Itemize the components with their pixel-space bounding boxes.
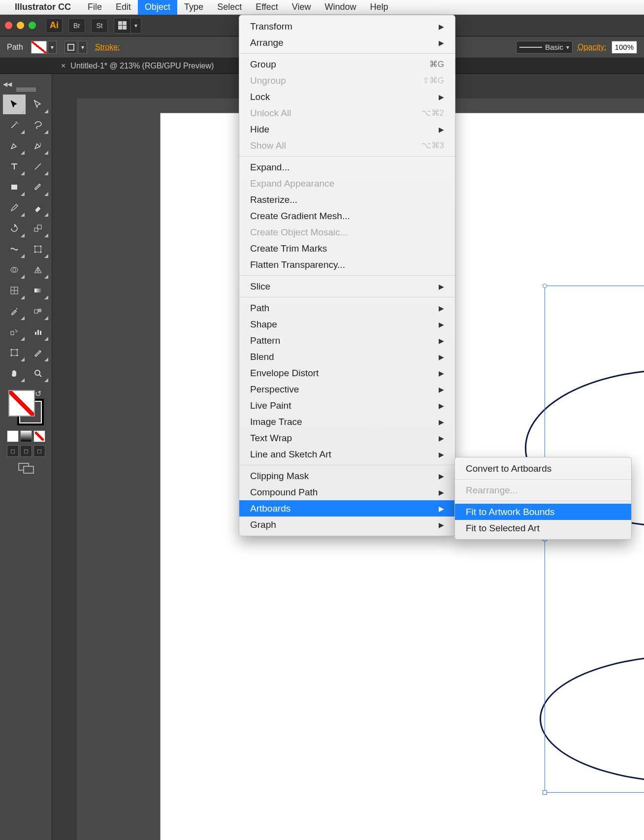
direct-selection-tool[interactable] [27, 95, 49, 114]
lasso-tool[interactable] [27, 115, 49, 135]
object-menu-item-graph[interactable]: Graph▶ [239, 517, 455, 533]
stroke-swatch[interactable] [64, 41, 77, 54]
hand-tool[interactable] [3, 363, 26, 383]
minimize-window-button[interactable] [17, 22, 24, 29]
color-mode-gradient[interactable] [20, 430, 32, 442]
document-tab-title[interactable]: Untitled-1* @ 213% (RGB/GPU Preview) [70, 62, 214, 70]
object-menu-item-slice[interactable]: Slice▶ [239, 278, 455, 294]
opacity-value-field[interactable]: 100% [612, 41, 637, 54]
draw-inside-mode[interactable]: ◻ [33, 445, 45, 457]
object-menu-item-line-and-sketch-art[interactable]: Line and Sketch Art▶ [239, 446, 455, 462]
draw-normal-mode[interactable]: ◻ [7, 445, 19, 457]
object-menu-item-image-trace[interactable]: Image Trace▶ [239, 414, 455, 430]
app-name-menu[interactable]: Illustrator CC [15, 2, 71, 12]
menu-type[interactable]: Type [177, 0, 210, 15]
object-menu-item-expand[interactable]: Expand... [239, 159, 455, 175]
artboards-submenu-item-fit-to-artwork-bounds[interactable]: Fit to Artwork Bounds [455, 504, 631, 520]
gradient-tool[interactable] [27, 281, 49, 300]
menu-window[interactable]: Window [318, 0, 363, 15]
rotate-tool[interactable] [3, 219, 26, 238]
artboard-tool[interactable] [3, 343, 26, 362]
width-tool[interactable] [3, 239, 26, 259]
submenu-arrow-icon: ▶ [439, 353, 444, 361]
pencil-tool[interactable] [3, 198, 26, 218]
menu-item-label: Group [250, 59, 276, 70]
fill-color-box[interactable] [8, 390, 35, 417]
object-menu-item-path[interactable]: Path▶ [239, 300, 455, 316]
eraser-tool[interactable] [27, 198, 49, 218]
change-screen-mode-button[interactable] [17, 462, 35, 475]
graphic-style-dropdown[interactable]: Basic▾ [516, 41, 573, 54]
magic-wand-tool[interactable] [3, 115, 26, 135]
object-menu-item-shape[interactable]: Shape▶ [239, 316, 455, 332]
menu-edit[interactable]: Edit [109, 0, 138, 15]
blend-tool[interactable] [27, 301, 49, 321]
fill-dropdown[interactable]: ▾ [48, 41, 57, 54]
object-menu-item-arrange[interactable]: Arrange▶ [239, 34, 455, 51]
object-menu-item-hide[interactable]: Hide▶ [239, 121, 455, 137]
free-transform-tool[interactable] [27, 239, 49, 259]
object-menu-item-perspective[interactable]: Perspective▶ [239, 381, 455, 397]
scale-tool[interactable] [27, 219, 49, 238]
stock-button[interactable]: St [91, 18, 108, 33]
selection-tool[interactable] [3, 95, 26, 114]
bridge-button[interactable]: Br [68, 18, 85, 33]
paintbrush-tool[interactable] [27, 177, 49, 197]
type-tool[interactable] [3, 157, 26, 176]
symbol-sprayer-tool[interactable] [3, 322, 26, 342]
object-menu-item-lock[interactable]: Lock▶ [239, 89, 455, 105]
object-menu-item-live-paint[interactable]: Live Paint▶ [239, 397, 455, 414]
zoom-tool[interactable] [27, 363, 49, 383]
fill-stroke-indicator[interactable]: ↺ [6, 388, 46, 427]
artboards-submenu-item-convert-to-artboards[interactable]: Convert to Artboards [455, 460, 631, 477]
object-menu-item-clipping-mask[interactable]: Clipping Mask▶ [239, 468, 455, 484]
menu-object[interactable]: Object [138, 0, 177, 15]
fill-swatch[interactable] [31, 41, 47, 54]
stroke-dropdown[interactable]: ▾ [78, 41, 87, 54]
rectangle-tool[interactable] [3, 177, 26, 197]
slice-tool[interactable] [27, 343, 49, 362]
swap-fill-stroke-icon[interactable]: ↺ [35, 389, 44, 398]
object-menu-item-envelope-distort[interactable]: Envelope Distort▶ [239, 365, 455, 381]
menu-effect[interactable]: Effect [249, 0, 285, 15]
color-mode-solid[interactable] [7, 430, 19, 442]
artboards-submenu-item-fit-to-selected-art[interactable]: Fit to Selected Art [455, 520, 631, 536]
object-menu-item-compound-path[interactable]: Compound Path▶ [239, 484, 455, 500]
pen-tool[interactable] [3, 136, 26, 156]
close-tab-icon[interactable]: × [61, 62, 65, 70]
column-graph-tool[interactable] [27, 322, 49, 342]
zoom-window-button[interactable] [29, 22, 36, 29]
bbox-handle[interactable] [543, 790, 547, 795]
eyedropper-tool[interactable] [3, 301, 26, 321]
draw-behind-mode[interactable]: ◻ [20, 445, 32, 457]
object-menu-item-blend[interactable]: Blend▶ [239, 349, 455, 365]
close-window-button[interactable] [5, 22, 12, 29]
object-menu-item-group[interactable]: Group⌘G [239, 56, 455, 72]
opacity-panel-link[interactable]: Opacity: [578, 43, 607, 52]
object-menu-item-pattern[interactable]: Pattern▶ [239, 332, 455, 349]
curvature-tool[interactable] [27, 136, 49, 156]
shape-builder-tool[interactable] [3, 260, 26, 280]
panel-grip-icon[interactable] [16, 88, 36, 92]
object-menu-item-create-gradient-mesh[interactable]: Create Gradient Mesh... [239, 208, 455, 224]
menu-help[interactable]: Help [363, 0, 395, 15]
bbox-handle[interactable] [543, 284, 547, 288]
arrange-documents-dropdown[interactable]: ▾ [114, 18, 141, 33]
menu-item-label: Fit to Artwork Bounds [466, 507, 555, 517]
mesh-tool[interactable] [3, 281, 26, 300]
line-tool[interactable] [27, 157, 49, 176]
menu-select[interactable]: Select [210, 0, 249, 15]
object-menu-item-create-trim-marks[interactable]: Create Trim Marks [239, 240, 455, 257]
menu-view[interactable]: View [285, 0, 318, 15]
object-menu-item-transform[interactable]: Transform▶ [239, 18, 455, 34]
menu-file[interactable]: File [81, 0, 109, 15]
object-menu-item-text-wrap[interactable]: Text Wrap▶ [239, 430, 455, 446]
color-mode-none[interactable] [33, 430, 45, 442]
object-menu-item-flatten-transparency[interactable]: Flatten Transparency... [239, 257, 455, 273]
panel-collapse-arrows-icon[interactable]: ◀◀ [3, 81, 12, 88]
object-menu-item-rasterize[interactable]: Rasterize... [239, 192, 455, 208]
object-menu-item-artboards[interactable]: Artboards▶ [239, 500, 455, 517]
perspective-grid-tool[interactable] [27, 260, 49, 280]
stroke-panel-link[interactable]: Stroke: [95, 43, 120, 52]
menu-item-label: Clipping Mask [250, 471, 309, 482]
